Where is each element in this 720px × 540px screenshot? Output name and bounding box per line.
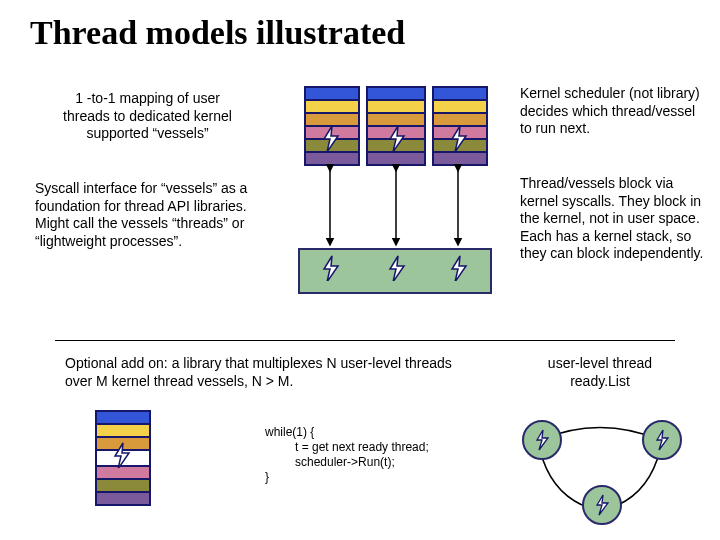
bolt-icon (446, 255, 470, 281)
ready-node (522, 420, 562, 460)
caption-addon: Optional add on: a library that multiple… (65, 355, 465, 390)
ready-node (582, 485, 622, 525)
arrows-user-kernel (298, 160, 498, 250)
caption-block: Thread/vessels block via kernel syscalls… (520, 175, 705, 263)
code-line: while(1) { (265, 425, 314, 440)
code-line: scheduler->Run(t); (295, 455, 395, 470)
bolt-icon (318, 125, 342, 151)
caption-mapping: 1 -to-1 mapping of user threads to dedic… (50, 90, 245, 143)
ready-node (642, 420, 682, 460)
caption-readylist: user-level thread ready.List (530, 355, 670, 390)
bolt-icon (446, 125, 470, 151)
bolt-icon (384, 255, 408, 281)
caption-kernel-sched: Kernel scheduler (not library) decides w… (520, 85, 700, 138)
page-title: Thread models illustrated (30, 14, 405, 52)
code-line: t = get next ready thread; (295, 440, 429, 455)
slide: Thread models illustrated 1 -to-1 mappin… (0, 0, 720, 540)
bolt-icon (318, 255, 342, 281)
bolt-icon (109, 442, 133, 468)
code-line: } (265, 470, 269, 485)
caption-syscall: Syscall interface for “vessels” as a fou… (35, 180, 260, 250)
divider (55, 340, 675, 341)
bolt-icon (384, 125, 408, 151)
